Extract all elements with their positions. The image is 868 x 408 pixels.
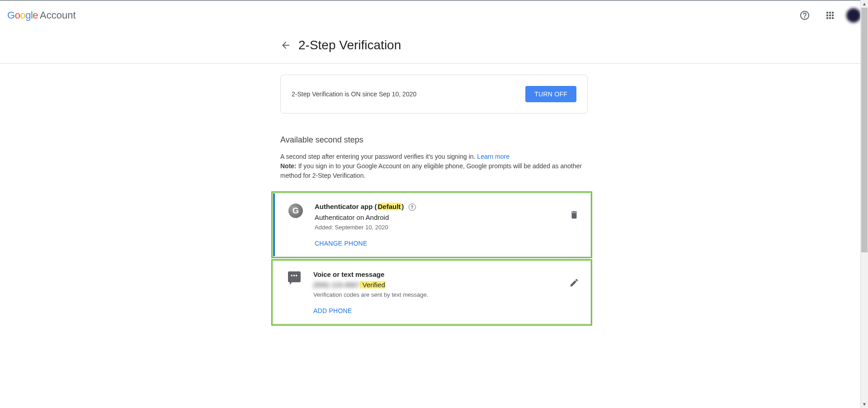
section-heading: Available second steps	[280, 135, 588, 145]
default-badge: Default	[377, 203, 402, 210]
method-card-voice: Voice or text message (555) 123-4567 Ver…	[273, 261, 590, 324]
note-label: Note:	[280, 162, 297, 170]
account-label: Account	[40, 9, 76, 21]
google-logo[interactable]: Google	[7, 9, 38, 21]
page-title: 2-Step Verification	[298, 38, 401, 52]
method-card-authenticator: G Authenticator app (Default) ? Authenti…	[273, 193, 590, 256]
section-description: A second step after entering your passwo…	[280, 152, 588, 180]
change-phone-button[interactable]: CHANGE PHONE	[315, 240, 579, 247]
page-title-row: 2-Step Verification	[280, 30, 588, 63]
status-text: 2-Step Verification is ON since Sep 10, …	[292, 90, 416, 98]
status-card: 2-Step Verification is ON since Sep 10, …	[280, 75, 588, 114]
desc-text: A second step after entering your passwo…	[280, 153, 477, 160]
delete-icon[interactable]	[569, 210, 579, 222]
title-prefix: Authenticator app (	[315, 203, 377, 210]
header-right	[796, 6, 861, 24]
title-suffix: )	[401, 203, 404, 210]
turn-off-button[interactable]: TURN OFF	[525, 86, 576, 102]
note-text: If you sign in to your Google Account on…	[280, 162, 582, 179]
method-title-voice: Voice or text message	[313, 270, 579, 278]
logo-letter: e	[33, 9, 38, 21]
edit-icon[interactable]	[569, 278, 579, 289]
back-arrow-icon[interactable]	[280, 40, 291, 51]
apps-grid-icon[interactable]	[821, 6, 839, 24]
logo-letter: G	[7, 9, 15, 21]
method-added-date: Added: September 10, 2020	[315, 224, 579, 231]
method-title-authenticator: Authenticator app (Default) ?	[315, 203, 579, 211]
method-voice-desc: Verification codes are sent by text mess…	[313, 291, 579, 298]
logo-letter: o	[20, 9, 25, 21]
method-subtitle: Authenticator on Android	[315, 213, 579, 221]
scrollbar-thumb[interactable]	[861, 8, 868, 252]
highlight-annotation-authenticator: G Authenticator app (Default) ? Authenti…	[271, 191, 592, 258]
logo-letter: o	[15, 9, 20, 21]
highlight-annotation-voice: Voice or text message (555) 123-4567 Ver…	[271, 259, 592, 326]
help-icon[interactable]	[796, 6, 814, 24]
scrollbar-up-arrow[interactable]: ▲	[861, 0, 868, 8]
logo-letter: g	[25, 9, 31, 21]
user-avatar[interactable]	[846, 8, 861, 23]
authenticator-icon: G	[288, 203, 304, 218]
add-phone-button[interactable]: ADD PHONE	[313, 307, 579, 314]
main-content: 2-Step Verification is ON since Sep 10, …	[280, 64, 588, 337]
phone-number-masked: (555) 123-4567	[313, 281, 360, 289]
method-phone-row: (555) 123-4567 Verified	[313, 281, 579, 289]
app-header: Google Account	[0, 1, 868, 30]
scrollbar[interactable]: ▲ ▼	[860, 0, 868, 337]
header-left: Google Account	[7, 9, 76, 21]
sms-icon	[286, 270, 302, 282]
help-tooltip-icon[interactable]: ?	[409, 204, 416, 211]
verified-badge: Verified	[360, 281, 386, 289]
learn-more-link[interactable]: Learn more	[477, 153, 509, 160]
